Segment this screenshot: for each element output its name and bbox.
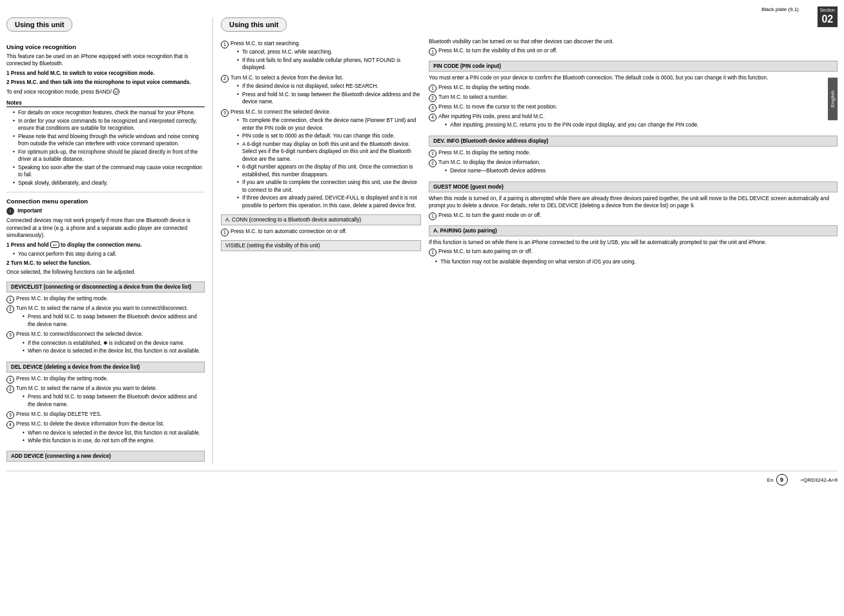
guest-mode-steps: 1 Press M.C. to turn the guest mode on o…: [429, 212, 838, 220]
list-item: 2 Turn M.C. to select the name of a devi…: [6, 385, 205, 409]
note-item: Speak slowly, deliberately, and clearly.: [13, 180, 205, 187]
note-item: If the desired device is not displayed, …: [237, 83, 421, 90]
connection-menu-heading: Connection menu operation: [6, 198, 205, 205]
note-item: If three devices are already paired, DEV…: [237, 194, 421, 209]
a-pairing-intro: If this function is turned on while ther…: [429, 239, 838, 246]
note-item: 6-digit number appears on the display of…: [237, 163, 421, 178]
list-item: 1 Press M.C. to start searching. To canc…: [221, 40, 421, 73]
note-item: When no device is selected in the device…: [23, 347, 200, 354]
list-item: 3 Press M.C. to display DELETE YES.: [6, 411, 205, 419]
visible-box-header: VISIBLE (setting the visibility of this …: [221, 240, 421, 251]
note-item: For optimum pick-up, the microphone shou…: [13, 149, 205, 163]
list-item: 3 Press M.C. to move the cursor to the n…: [429, 103, 838, 112]
bottom-bar: En 9 <QRD3242-A>9: [6, 471, 838, 486]
pin-code-steps: 1 Press M.C. to display the setting mode…: [429, 84, 838, 130]
list-item: 1 Press M.C. to turn the visibility of t…: [429, 47, 838, 56]
notes-heading: Notes: [6, 99, 205, 107]
list-item: 2 Turn M.C. to display the device inform…: [429, 159, 838, 176]
list-item: 2 Turn M.C. to select a device from the …: [221, 74, 421, 107]
note-item: When no device is selected in the device…: [23, 429, 200, 436]
visible-steps: 1 Press M.C. to turn the visibility of t…: [429, 47, 838, 56]
list-item: 2 Turn M.C. to select a number.: [429, 94, 838, 102]
add-device-box-header: ADD DEVICE (connecting a new device): [6, 451, 205, 462]
pin-code-intro: You must enter a PIN code on your device…: [429, 74, 838, 81]
list-item: 4 After inputting PIN code, press and ho…: [429, 113, 838, 130]
conn-step2-detail: Once selected, the following functions c…: [6, 269, 205, 276]
list-item: 1 Press M.C. to turn the guest mode on o…: [429, 212, 838, 220]
voice-recognition-heading: Using voice recognition: [6, 43, 205, 50]
list-item: 1 Press M.C. to display the setting mode…: [429, 84, 838, 92]
left-section-header: Using this unit: [6, 17, 72, 32]
note-item: You cannot perform this step during a ca…: [13, 251, 205, 258]
section-badge: Section 02: [818, 6, 838, 27]
crosshair-top-icon: [416, 5, 429, 18]
note-item: After inputting, pressing M.C. returns y…: [445, 121, 699, 128]
dev-info-box-header: DEV. INFO (Bluetooth device address disp…: [429, 136, 838, 147]
note-item: PIN code is set to 0000 as the default. …: [237, 132, 421, 139]
dev-info-steps: 1 Press M.C. to display the setting mode…: [429, 149, 838, 176]
devicelist-steps: 1 Press M.C. to display the setting mode…: [6, 295, 205, 356]
note-item: A 6-digit number may display on both thi…: [237, 141, 421, 163]
note-item: If this unit fails to find any available…: [237, 57, 421, 72]
a-pairing-steps: 1 Press M.C. to turn auto pairing on or …: [429, 248, 838, 256]
list-item: 4 Press M.C. to delete the device inform…: [6, 420, 205, 446]
note-item: Press and hold M.C. to swap between the …: [23, 313, 205, 328]
note-item: Speaking too soon after the start of the…: [13, 164, 205, 179]
voice-step1: 1 Press and hold M.C. to switch to voice…: [6, 70, 205, 77]
notes-section: Notes For details on voice recognition f…: [6, 99, 205, 187]
voice-recognition-intro: This feature can be used on an iPhone eq…: [6, 53, 205, 68]
voice-step2: 2 Press M.C. and then talk into the micr…: [6, 79, 205, 86]
del-device-steps: 1 Press M.C. to display the setting mode…: [6, 375, 205, 446]
en-label: En: [767, 477, 774, 483]
visible-intro: Bluetooth visibility can be turned on so…: [429, 38, 838, 45]
list-item: 1 Press M.C. to display the setting mode…: [429, 149, 838, 158]
note-item: To cancel, press M.C. while searching.: [237, 48, 421, 56]
list-item: 2 Turn M.C. to select the name of a devi…: [6, 305, 205, 329]
crosshair-bottom-icon: [416, 584, 429, 597]
pin-code-box-header: PIN CODE (PIN code input): [429, 61, 838, 72]
conn-step1: 1 Press and hold ↩ to display the connec…: [6, 241, 205, 249]
conn-step1-notes: You cannot perform this step during a ca…: [13, 251, 205, 258]
a-conn-steps: 1 Press M.C. to turn automatic connectio…: [221, 228, 421, 236]
note-item: For details on voice recognition feature…: [13, 109, 205, 116]
note-item: Device name—Bluetooth device address: [445, 167, 546, 174]
list-item: 1 Press M.C. to turn automatic connectio…: [221, 228, 421, 236]
list-item: 1 Press M.C. to display the setting mode…: [6, 375, 205, 384]
notes-list: For details on voice recognition feature…: [13, 109, 205, 187]
guest-mode-box-header: GUEST MODE (guest mode): [429, 181, 838, 192]
note-item: This function may not be available depen…: [435, 258, 838, 265]
language-badge: English: [828, 77, 838, 120]
list-item: 3 Press M.C. to connect/disconnect the s…: [6, 331, 205, 356]
a-conn-box-header: A. CONN (connecting to a Bluetooth devic…: [221, 214, 421, 225]
note-item: Please note that wind blowing through th…: [13, 133, 205, 148]
conn-step2: 2 Turn M.C. to select the function.: [6, 260, 205, 267]
right-column: Using this unit 1 Press M.C. to start se…: [213, 17, 838, 464]
note-item: To complete the connection, check the de…: [237, 117, 421, 132]
a-pairing-notes: This function may not be available depen…: [435, 258, 838, 265]
note-item: Press and hold M.C. to swap between the …: [23, 393, 205, 408]
note-item: In order for your voice commands to be r…: [13, 118, 205, 132]
page-number-circle: 9: [776, 474, 788, 486]
note-item: Press and hold M.C. to swap between the …: [237, 91, 421, 106]
left-column: Using this unit Using voice recognition …: [6, 17, 213, 464]
add-device-steps: 1 Press M.C. to start searching. To canc…: [221, 40, 421, 210]
voice-step2-detail: To end voice recognition mode, press BAN…: [6, 88, 205, 96]
right-col2: Bluetooth visibility can be turned on so…: [429, 38, 838, 267]
important-heading: i Important: [6, 207, 205, 215]
model-number: <QRD3242-A>9: [801, 477, 838, 483]
important-text: Connected devices may not work properly …: [6, 217, 205, 239]
note-item: If the connection is established, ✱ is i…: [23, 340, 200, 347]
guest-mode-intro: When this mode is turned on, if a pairin…: [429, 195, 838, 210]
list-item: 1 Press M.C. to display the setting mode…: [6, 295, 205, 303]
del-device-box-header: DEL DEVICE (deleting a device from the d…: [6, 362, 205, 373]
note-item: If you are unable to complete the connec…: [237, 179, 421, 194]
list-item: 1 Press M.C. to turn auto pairing on or …: [429, 248, 838, 256]
list-item: 3 Press M.C. to connect the selected dev…: [221, 108, 421, 210]
a-pairing-box-header: A. PAIRING (auto pairing): [429, 225, 838, 236]
note-item: While this function is in use, do not tu…: [23, 437, 200, 444]
divider: [6, 192, 205, 192]
devicelist-box-header: DEVICELIST (connecting or disconnecting …: [6, 282, 205, 293]
right-section-header: Using this unit: [221, 17, 287, 32]
important-icon: i: [6, 207, 14, 215]
right-col1: 1 Press M.C. to start searching. To canc…: [221, 38, 421, 267]
